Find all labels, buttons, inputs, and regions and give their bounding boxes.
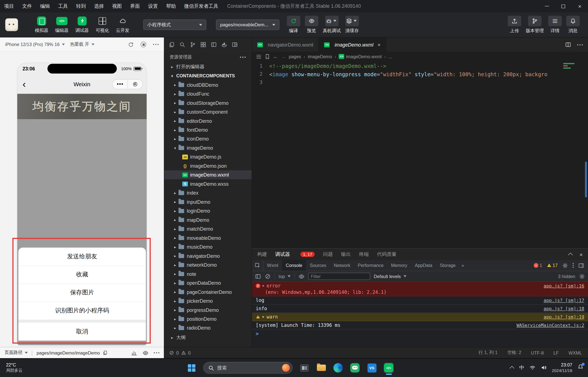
action-sheet-item-2[interactable]: 保存图片 bbox=[18, 284, 146, 302]
close-panel-icon[interactable]: × bbox=[579, 251, 583, 258]
more-tabs-icon[interactable]: » bbox=[459, 260, 466, 271]
tree-item-cloudStorageDemo[interactable]: ▸cloudStorageDemo bbox=[164, 98, 251, 107]
menu-item-9[interactable]: 帮助 bbox=[162, 3, 180, 9]
status-item-4[interactable]: WXML bbox=[569, 350, 582, 355]
console-source-link[interactable]: app.js? [sm]:18 bbox=[544, 306, 584, 311]
action-sheet-item-1[interactable]: 收藏 bbox=[18, 266, 146, 284]
simulator-button[interactable]: 模拟器 bbox=[32, 16, 52, 34]
hot-reload-select[interactable]: 热重载 开 bbox=[70, 41, 95, 48]
wechat-button[interactable] bbox=[350, 363, 360, 373]
menu-item-10[interactable]: 微信开发者工具 bbox=[180, 3, 222, 9]
hidden-messages-label[interactable]: 3 hidden bbox=[558, 274, 575, 279]
menu-item-3[interactable]: 工具 bbox=[54, 3, 72, 9]
details-button[interactable]: 详情 bbox=[548, 16, 562, 34]
devtools-tab-Sources[interactable]: Sources bbox=[306, 260, 330, 271]
clear-cache-button[interactable]: 清缓存 bbox=[345, 16, 359, 34]
menu-item-7[interactable]: 界面 bbox=[126, 3, 144, 9]
menu-item-1[interactable]: 文件 bbox=[18, 3, 36, 9]
tree-item-radioDemo[interactable]: ▸radioDemo bbox=[164, 323, 251, 332]
remote-debug-button[interactable]: 真机调试 bbox=[323, 16, 341, 34]
tree-item-cloudDBDemo[interactable]: ▸cloudDBDemo bbox=[164, 80, 251, 89]
devtools-tab-Memory[interactable]: Memory bbox=[387, 260, 411, 271]
scrollbar[interactable] bbox=[585, 162, 587, 197]
tree-item-positionDemo[interactable]: ▸positionDemo bbox=[164, 314, 251, 323]
console-settings-icon[interactable] bbox=[579, 273, 585, 279]
tree-item-loginDemo[interactable]: ▸loginDemo bbox=[164, 206, 251, 215]
refresh-icon[interactable] bbox=[128, 42, 134, 48]
devtools-tab-Wxml[interactable]: Wxml bbox=[263, 260, 282, 271]
tree-item-customComponent[interactable]: ▸customComponent bbox=[164, 107, 251, 116]
status-item-3[interactable]: LF bbox=[554, 350, 559, 355]
bookmark-icon[interactable] bbox=[264, 54, 271, 60]
code-editor[interactable]: 1<!--pages/imageDemo/imageDemo.wxml-->2<… bbox=[252, 61, 588, 248]
tree-item-moveableDemo[interactable]: ▸moveableDemo bbox=[164, 233, 251, 242]
devtools-tab-Storage[interactable]: Storage bbox=[436, 260, 459, 271]
tree-item-editorDemo[interactable]: ▸editorDemo bbox=[164, 116, 251, 125]
tree-item-imageDemo.json[interactable]: {}imageDemo.json bbox=[164, 161, 251, 170]
breadcrumb-item-3[interactable]: ... bbox=[388, 54, 392, 59]
console-row-warn-3[interactable]: !▶warnapp.js? [sm]:19 bbox=[252, 313, 588, 321]
visualize-button[interactable]: 可视化 bbox=[92, 16, 113, 34]
maximize-button[interactable] bbox=[555, 0, 572, 12]
debug-tab-构建[interactable]: 构建 bbox=[257, 251, 267, 258]
tree-item-index[interactable]: ▸index bbox=[164, 188, 251, 197]
more-actions-icon[interactable] bbox=[577, 44, 578, 45]
tree-item-mapDemo[interactable]: ▸mapDemo bbox=[164, 215, 251, 224]
breadcrumb-item-1[interactable]: imageDemo bbox=[308, 54, 332, 59]
clock-widget[interactable]: 23:07 2024/11/16 bbox=[552, 362, 572, 373]
devtools-tab-Console[interactable]: Console bbox=[282, 260, 306, 271]
split-editor-icon[interactable] bbox=[565, 42, 571, 48]
edge-browser-button[interactable] bbox=[333, 363, 343, 373]
project-root[interactable]: ▾ CONTAINERCOMPONENTS bbox=[164, 71, 251, 80]
dock-side-icon[interactable] bbox=[578, 263, 584, 269]
tree-item-iconDemo[interactable]: ▸iconDemo bbox=[164, 134, 251, 143]
wechat-devtools-button[interactable]: </> bbox=[384, 363, 394, 373]
frame-select[interactable]: top bbox=[279, 274, 291, 279]
copilot-icon[interactable] bbox=[282, 364, 290, 372]
console-row-info-2[interactable]: infoapp.js? [sm]:18 bbox=[252, 305, 588, 313]
console-filter-input[interactable] bbox=[308, 273, 370, 280]
eye-icon[interactable] bbox=[142, 350, 149, 356]
more-icon[interactable] bbox=[240, 57, 241, 58]
stop-icon[interactable] bbox=[141, 42, 146, 47]
action-sheet-item-3[interactable]: 识别图片的小程序码 bbox=[18, 302, 146, 320]
close-icon[interactable]: × bbox=[378, 42, 381, 48]
compile-button[interactable]: 编译 bbox=[287, 16, 300, 34]
kebab-menu-icon[interactable] bbox=[573, 263, 574, 264]
console-source-link[interactable]: WAServiceMainContext.js:2 bbox=[516, 322, 584, 328]
expand-triangle-icon[interactable]: ▶ bbox=[263, 284, 264, 287]
tree-item-porgressDemo[interactable]: ▸porgressDemo bbox=[164, 305, 251, 314]
menu-item-2[interactable]: 编辑 bbox=[36, 3, 54, 9]
volume-icon[interactable] bbox=[541, 365, 547, 371]
minimize-button[interactable] bbox=[538, 0, 555, 12]
tree-item-pickerDemo[interactable]: ▸pickerDemo bbox=[164, 296, 251, 305]
menu-item-0[interactable]: 项目 bbox=[0, 3, 18, 9]
page-path-select[interactable]: 页面路径 bbox=[4, 350, 28, 356]
task-view-button[interactable] bbox=[299, 363, 309, 373]
tree-item-matchDemo[interactable]: ▸matchDemo bbox=[164, 224, 251, 233]
console-sidebar-icon[interactable] bbox=[255, 273, 261, 279]
debug-tab-问题[interactable]: 问题 bbox=[323, 251, 333, 258]
tree-item-cloudFunc[interactable]: ▸cloudFunc bbox=[164, 89, 251, 98]
tree-item-imageDemo[interactable]: ▾imageDemo bbox=[164, 143, 251, 152]
tab-imageDemo-wxml[interactable]: <> imageDemo.wxml × bbox=[319, 37, 386, 52]
editor-button[interactable]: </> 编辑器 bbox=[52, 16, 72, 34]
tree-item-networkDomo[interactable]: ▸networkDomo bbox=[164, 260, 251, 269]
git-branch-icon[interactable] bbox=[190, 42, 196, 48]
performance-chart-icon[interactable] bbox=[131, 350, 137, 356]
docker-icon[interactable] bbox=[221, 42, 227, 48]
console-source-link[interactable]: app.js? [sm]:16 bbox=[544, 283, 584, 288]
live-expression-eye-icon[interactable] bbox=[298, 273, 304, 279]
status-item-1[interactable]: 空格: 2 bbox=[507, 350, 521, 356]
list-icon[interactable] bbox=[256, 54, 262, 60]
more-icon[interactable] bbox=[154, 352, 155, 353]
action-sheet-item-4[interactable]: 取消 bbox=[18, 323, 146, 341]
console-row-log-1[interactable]: logapp.js? [sm]:17 bbox=[252, 296, 588, 305]
tree-item-imageDemo.js[interactable]: JSimageDemo.js bbox=[164, 152, 251, 161]
console-prompt[interactable]: > bbox=[252, 329, 588, 338]
network-icon[interactable] bbox=[530, 365, 536, 371]
menu-item-4[interactable]: 转到 bbox=[72, 3, 90, 9]
search-icon[interactable] bbox=[179, 42, 185, 48]
tree-item-inputDemo[interactable]: ▸inputDemo bbox=[164, 197, 251, 206]
forward-arrow-icon[interactable]: → bbox=[281, 54, 286, 60]
